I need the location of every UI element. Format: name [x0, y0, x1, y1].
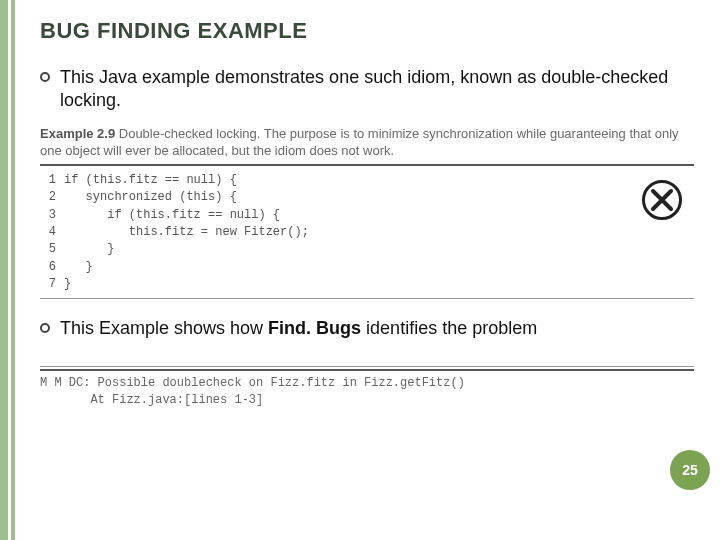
page-number: 25	[682, 462, 698, 478]
bullet-item: This Example shows how Find. Bugs identi…	[40, 317, 694, 340]
code-line: 7}	[40, 276, 694, 293]
example-caption: Example 2.9 Double-checked locking. The …	[40, 125, 694, 160]
example-lead: Example 2.9	[40, 126, 115, 141]
code-line: 4 this.fitz = new Fitzer();	[40, 224, 694, 241]
divider	[40, 298, 694, 299]
slide-body: BUG FINDING EXAMPLE This Java example de…	[18, 0, 714, 540]
output-line: M M DC: Possible doublecheck on Fizz.fit…	[40, 375, 694, 392]
divider	[40, 366, 694, 367]
bullet-text: This Java example demonstrates one such …	[60, 66, 694, 113]
slide-title: BUG FINDING EXAMPLE	[40, 18, 694, 44]
output-line: At Fizz.java:[lines 1-3]	[40, 392, 694, 409]
bullet-icon	[40, 323, 50, 333]
code-line: 6 }	[40, 259, 694, 276]
code-listing: 1if (this.fitz == null) { 2 synchronized…	[40, 170, 694, 296]
page-number-badge: 25	[670, 450, 710, 490]
accent-stripe	[0, 0, 8, 540]
bullet-text: This Example shows how Find. Bugs identi…	[60, 317, 537, 340]
bullet-icon	[40, 72, 50, 82]
tool-name: Find. Bugs	[268, 318, 361, 338]
code-line: 2 synchronized (this) {	[40, 189, 694, 206]
accent-stripe-thin	[11, 0, 15, 540]
divider	[40, 369, 694, 371]
bullet-item: This Java example demonstrates one such …	[40, 66, 694, 113]
divider	[40, 164, 694, 166]
example-block: Example 2.9 Double-checked locking. The …	[40, 125, 694, 299]
code-line: 5 }	[40, 241, 694, 258]
tool-output: M M DC: Possible doublecheck on Fizz.fit…	[40, 366, 694, 409]
example-caption-rest: Double-checked locking. The purpose is t…	[40, 126, 679, 159]
error-icon	[642, 180, 682, 220]
code-line: 3 if (this.fitz == null) {	[40, 207, 694, 224]
code-line: 1if (this.fitz == null) {	[40, 172, 694, 189]
